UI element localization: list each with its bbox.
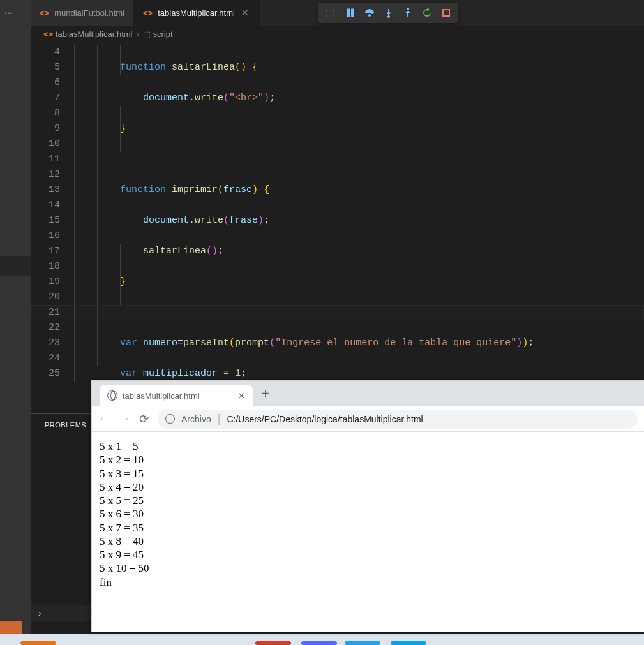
drag-handle-icon[interactable]: ⋮⋮: [322, 8, 337, 18]
browser-tab[interactable]: tablasMultiplicar.html ✕: [100, 385, 253, 406]
breadcrumb[interactable]: <> tablasMultiplicar.html › ⬚ script: [31, 26, 644, 43]
tab-tablasmultiplicar[interactable]: <> tablasMultiplicar.html ✕: [134, 0, 260, 26]
windows-taskbar: [0, 634, 644, 645]
output-line: 5 x 8 = 40: [100, 535, 636, 548]
browser-window: tablasMultiplicar.html ✕ + ← → ⟳ i Archi…: [91, 380, 644, 632]
activity-bar-selected: [0, 256, 31, 276]
debug-stop-button[interactable]: [438, 4, 454, 21]
debug-step-over-button[interactable]: [361, 4, 378, 21]
output-line: 5 x 9 = 45: [100, 548, 636, 561]
panel-tab-problems[interactable]: PROBLEMS: [42, 416, 89, 434]
html-file-icon: <>: [43, 29, 53, 39]
reload-button[interactable]: ⟳: [139, 412, 149, 426]
back-button[interactable]: ←: [98, 412, 110, 426]
status-bar-debug-indicator: [0, 621, 22, 634]
browser-tab-title: tablasMultiplicar.html: [123, 391, 200, 401]
address-bar[interactable]: i Archivo | C:/Users/PC/Desktop/logica/t…: [158, 410, 638, 429]
breadcrumb-symbol: script: [153, 29, 172, 39]
output-line: fin: [100, 575, 636, 589]
svg-point-3: [387, 15, 389, 17]
browser-tab-strip: tablasMultiplicar.html ✕ +: [92, 381, 644, 406]
activity-bar: [0, 0, 31, 645]
address-path: C:/Users/PC/Desktop/logica/tablasMultipl…: [227, 414, 423, 424]
browser-toolbar: ← → ⟳ i Archivo | C:/Users/PC/Desktop/lo…: [92, 406, 644, 432]
tab-mundialfutbol[interactable]: <> mundialFutbol.html: [31, 0, 134, 26]
svg-point-4: [407, 8, 408, 10]
output-line: 5 x 3 = 15: [100, 467, 636, 480]
debug-step-out-button[interactable]: [400, 4, 416, 21]
chevron-right-icon: ›: [136, 29, 139, 39]
output-line: 5 x 1 = 5: [100, 440, 636, 453]
output-line: 5 x 5 = 25: [100, 494, 636, 507]
debug-restart-button[interactable]: [419, 4, 435, 21]
output-line: 5 x 10 = 50: [100, 561, 636, 575]
output-line: 5 x 6 = 30: [100, 507, 636, 521]
browser-page-content: 5 x 1 = 55 x 2 = 105 x 3 = 155 x 4 = 205…: [92, 432, 644, 597]
svg-rect-5: [443, 10, 449, 16]
globe-icon: [107, 390, 117, 401]
close-icon[interactable]: ✕: [240, 8, 250, 18]
symbol-script-icon: ⬚: [143, 29, 151, 39]
svg-point-2: [368, 14, 370, 16]
forward-button: →: [119, 412, 130, 426]
page-info-icon[interactable]: i: [165, 414, 175, 424]
svg-rect-1: [352, 9, 354, 17]
output-line: 5 x 2 = 10: [100, 453, 636, 466]
debug-step-into-button[interactable]: [380, 4, 397, 21]
overflow-menu-icon[interactable]: ···: [4, 4, 11, 21]
breadcrumb-file: tablasMultiplicar.html: [56, 29, 133, 39]
html-file-icon: <>: [143, 8, 153, 18]
html-file-icon: <>: [40, 8, 49, 18]
address-scheme-label: Archivo: [181, 414, 211, 424]
output-line: 5 x 7 = 35: [100, 521, 636, 535]
line-gutter: 456 789 101112 131415 161718 192021 2223…: [31, 45, 69, 382]
svg-rect-0: [347, 9, 350, 17]
new-tab-button[interactable]: +: [262, 387, 269, 401]
output-line: 5 x 4 = 20: [100, 480, 636, 494]
address-separator: |: [218, 412, 221, 426]
debug-pause-button[interactable]: [342, 4, 359, 21]
debug-toolbar[interactable]: ⋮⋮: [318, 3, 458, 23]
chevron-right-icon: ›: [38, 608, 41, 618]
tab-label: tablasMultiplicar.html: [158, 8, 235, 18]
tab-label: mundialFutbol.html: [54, 8, 124, 18]
close-icon[interactable]: ✕: [238, 391, 245, 401]
